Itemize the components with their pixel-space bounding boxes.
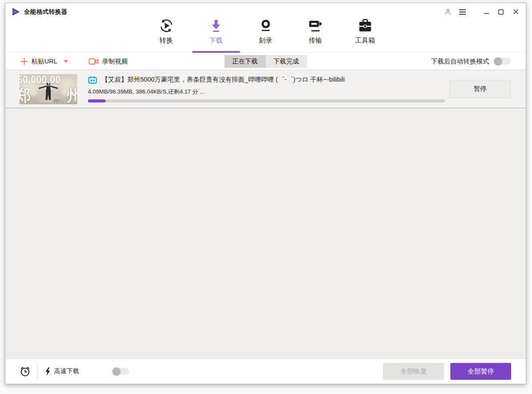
download-filter-tabs: 正在下载 下载完成 bbox=[225, 55, 307, 68]
transfer-icon bbox=[308, 18, 323, 33]
download-icon bbox=[209, 18, 223, 33]
app-window: 全能格式转换器 bbox=[5, 3, 526, 384]
download-list: 50,000,00 郑 州 【艾叔】郑州5000万豪宅里，养条巨贵有没有排面_哔… bbox=[5, 70, 526, 359]
tab-label: 传输 bbox=[309, 36, 322, 45]
app-header: 全能格式转换器 bbox=[5, 3, 526, 53]
tab-download-finished[interactable]: 下载完成 bbox=[266, 55, 307, 68]
titlebar[interactable]: 全能格式转换器 bbox=[5, 3, 526, 16]
toggle-knob bbox=[494, 57, 502, 66]
close-icon[interactable] bbox=[512, 8, 520, 16]
paste-url-button[interactable]: 粘贴URL bbox=[20, 57, 68, 66]
download-stats: 4.09MB/98.39MB, 386.04KB/S,还剩4.17 分 ... bbox=[88, 88, 445, 96]
auto-convert-toggle[interactable] bbox=[494, 58, 511, 65]
convert-icon bbox=[159, 18, 174, 33]
progress-bar bbox=[88, 99, 445, 102]
camera-icon bbox=[89, 58, 99, 65]
video-thumbnail: 50,000,00 郑 州 bbox=[20, 74, 77, 104]
auto-convert-label: 下载后自动转换模式 bbox=[431, 57, 489, 66]
divider bbox=[37, 364, 38, 379]
main-nav: 转换 下载 刻录 bbox=[5, 16, 526, 52]
bilibili-icon bbox=[88, 76, 97, 84]
tab-label: 工具箱 bbox=[355, 36, 375, 45]
toolbox-icon bbox=[358, 18, 373, 33]
minimize-icon[interactable] bbox=[482, 8, 490, 16]
dog-blob bbox=[53, 99, 60, 103]
account-icon[interactable] bbox=[444, 8, 452, 16]
thumbnail-left-glyph: 郑 bbox=[20, 87, 31, 103]
thumbnail-right-glyph: 州 bbox=[67, 87, 77, 103]
tab-toolbox[interactable]: 工具箱 bbox=[347, 18, 383, 52]
video-title: 【艾叔】郑州5000万豪宅里，养条巨贵有没有排面_哔哩哔哩 (゜-゜)つロ 干杯… bbox=[102, 75, 345, 84]
tab-burn[interactable]: 刻录 bbox=[248, 18, 284, 52]
tab-label: 下载 bbox=[209, 36, 223, 45]
caret-down-icon bbox=[63, 60, 68, 63]
thumbnail-price-text: 50,000,00 bbox=[20, 74, 61, 86]
progress-fill bbox=[88, 99, 106, 102]
pause-button[interactable]: 暂停 bbox=[449, 80, 511, 98]
menu-icon[interactable] bbox=[458, 8, 466, 16]
window-controls bbox=[444, 8, 520, 16]
tab-label: 刻录 bbox=[259, 36, 272, 45]
tab-transfer[interactable]: 传输 bbox=[297, 18, 334, 52]
paste-url-label: 粘贴URL bbox=[32, 57, 57, 66]
lightning-icon bbox=[45, 367, 51, 376]
record-video-label: 录制视频 bbox=[102, 57, 128, 66]
high-speed-label: 高速下载 bbox=[54, 367, 79, 375]
download-item-row[interactable]: 50,000,00 郑 州 【艾叔】郑州5000万豪宅里，养条巨贵有没有排面_哔… bbox=[5, 70, 526, 108]
app-logo-icon bbox=[12, 8, 20, 16]
app-title: 全能格式转换器 bbox=[24, 8, 67, 16]
download-info: 【艾叔】郑州5000万豪宅里，养条巨贵有没有排面_哔哩哔哩 (゜-゜)つロ 干杯… bbox=[88, 75, 445, 102]
pause-all-button[interactable]: 全部暂停 bbox=[450, 363, 511, 380]
tab-download[interactable]: 下载 bbox=[198, 18, 234, 52]
plus-icon bbox=[20, 58, 28, 65]
toggle-knob bbox=[112, 367, 121, 376]
download-toolbar: 粘贴URL 录制视频 正在下载 下载完成 下载后自动转换模式 bbox=[5, 53, 526, 70]
maximize-icon[interactable] bbox=[497, 8, 505, 16]
record-video-button[interactable]: 录制视频 bbox=[89, 57, 128, 66]
tab-label: 转换 bbox=[160, 36, 173, 45]
schedule-alarm-icon[interactable] bbox=[20, 366, 31, 377]
tab-downloading[interactable]: 正在下载 bbox=[225, 55, 266, 68]
high-speed-toggle[interactable] bbox=[113, 368, 129, 375]
burn-icon bbox=[259, 18, 273, 33]
tab-convert[interactable]: 转换 bbox=[148, 18, 185, 52]
footer-bar: 高速下载 全部恢复 全部暂停 bbox=[5, 359, 526, 384]
resume-all-button[interactable]: 全部恢复 bbox=[383, 363, 444, 380]
